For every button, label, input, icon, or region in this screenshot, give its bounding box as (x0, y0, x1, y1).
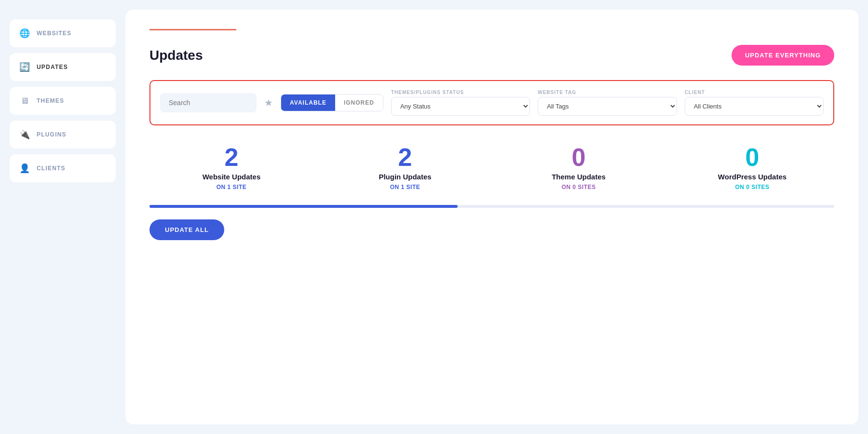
stat-card-0: 2Website UpdatesON 1 SITE (149, 145, 313, 190)
progress-bar-background (149, 205, 834, 208)
client-label: CLIENT (685, 90, 824, 95)
sidebar-item-label-plugins: PLUGINS (37, 131, 67, 138)
ignored-toggle-button[interactable]: IGNORED (335, 95, 383, 111)
client-filter-group: CLIENT All ClientsClient AClient B (685, 90, 824, 116)
available-toggle-button[interactable]: AVAILABLE (281, 95, 335, 111)
filter-bar: ★ AVAILABLE IGNORED THEMES/PLUGINS STATU… (149, 80, 834, 125)
stat-number-0: 2 (225, 145, 239, 170)
themes-icon: 🖥 (19, 95, 30, 106)
update-everything-button[interactable]: UPDATE EVERYTHING (732, 45, 834, 66)
page-title: Updates (149, 48, 203, 63)
sidebar-item-themes[interactable]: 🖥THEMES (10, 87, 116, 115)
star-icon[interactable]: ★ (264, 97, 273, 108)
stat-number-2: 0 (572, 145, 586, 170)
sidebar-item-updates[interactable]: 🔄UPDATES (10, 53, 116, 81)
stat-label-2: Theme Updates (552, 173, 606, 181)
stat-label-3: WordPress Updates (718, 173, 787, 181)
tag-select[interactable]: All TagsTag 1Tag 2 (538, 97, 677, 116)
stat-sub-1: ON 1 SITE (390, 184, 420, 190)
main-content: Updates UPDATE EVERYTHING ★ AVAILABLE IG… (125, 10, 858, 424)
sidebar-item-label-websites: WEBSITES (37, 30, 71, 37)
stat-card-2: 0Theme UpdatesON 0 SITES (497, 145, 661, 190)
progress-bar-fill (149, 205, 458, 208)
stat-sub-3: ON 0 SITES (735, 184, 769, 190)
tab-underline (149, 29, 236, 30)
sidebar-item-label-clients: CLIENTS (37, 165, 66, 172)
updates-icon: 🔄 (19, 62, 30, 72)
search-input[interactable] (160, 93, 257, 112)
stat-card-1: 2Plugin UpdatesON 1 SITE (323, 145, 487, 190)
client-select[interactable]: All ClientsClient AClient B (685, 97, 824, 116)
stat-sub-2: ON 0 SITES (561, 184, 596, 190)
sidebar: 🌐WEBSITES🔄UPDATES🖥THEMES🔌PLUGINS👤CLIENTS (0, 0, 125, 434)
sidebar-item-label-updates: UPDATES (37, 64, 68, 70)
status-filter-group: THEMES/PLUGINS STATUS Any StatusActiveIn… (391, 90, 530, 116)
sidebar-item-websites[interactable]: 🌐WEBSITES (10, 19, 116, 47)
page-header: Updates UPDATE EVERYTHING (149, 45, 834, 66)
website-tag-filter-group: WEBSITE TAG All TagsTag 1Tag 2 (538, 90, 677, 116)
website-tag-label: WEBSITE TAG (538, 90, 677, 95)
sidebar-item-clients[interactable]: 👤CLIENTS (10, 154, 116, 182)
clients-icon: 👤 (19, 163, 30, 174)
stat-label-1: Plugin Updates (379, 173, 431, 181)
stat-sub-0: ON 1 SITE (217, 184, 247, 190)
stats-grid: 2Website UpdatesON 1 SITE2Plugin Updates… (149, 145, 834, 190)
websites-icon: 🌐 (19, 28, 30, 39)
stat-card-3: 0WordPress UpdatesON 0 SITES (670, 145, 834, 190)
plugins-icon: 🔌 (19, 129, 30, 140)
themes-plugins-status-label: THEMES/PLUGINS STATUS (391, 90, 530, 95)
progress-section (149, 205, 834, 208)
available-ignored-toggle: AVAILABLE IGNORED (281, 94, 383, 111)
stat-number-3: 0 (746, 145, 760, 170)
status-select[interactable]: Any StatusActiveInactive (391, 97, 530, 116)
stat-number-1: 2 (398, 145, 412, 170)
stat-label-0: Website Updates (203, 173, 261, 181)
sidebar-item-plugins[interactable]: 🔌PLUGINS (10, 121, 116, 149)
sidebar-item-label-themes: THEMES (37, 97, 64, 104)
update-all-button[interactable]: UPDATE ALL (149, 219, 224, 240)
